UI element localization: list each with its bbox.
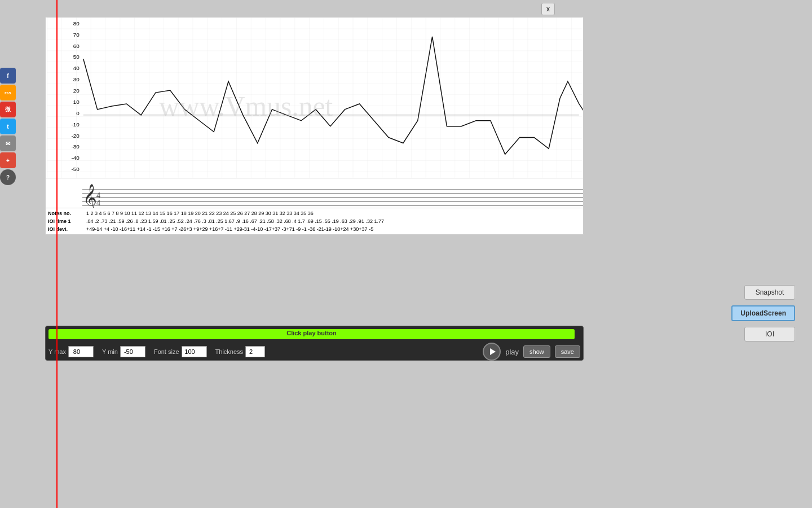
progress-bar-container[interactable]: Click play button [48, 329, 575, 339]
play-button[interactable] [483, 343, 501, 361]
y-max-input[interactable] [68, 346, 94, 357]
y-label-50: 50 [73, 54, 80, 60]
y-label-70: 70 [73, 32, 80, 38]
right-panel: Snapshot UploadScreen IOI [731, 285, 795, 341]
notes-label: Notes no. [48, 209, 86, 217]
ioi-time-row: IOI time 1 .04 .2 .73 .21 .59 .26 .8 .23… [46, 217, 583, 225]
font-size-label: Font size [154, 348, 179, 355]
ioi-dev-label: IOI devi. [48, 225, 86, 233]
y-min-input[interactable] [120, 346, 145, 357]
y-label-30: 30 [73, 76, 80, 82]
rss-button[interactable]: rss [0, 85, 16, 100]
facebook-button[interactable]: f [0, 68, 16, 84]
y-label-20: 20 [73, 87, 80, 94]
y-min-control: Y min [102, 346, 145, 357]
y-label-0: 0 [76, 110, 80, 116]
watermark: www.Vmus.net [159, 91, 333, 122]
y-label-60: 60 [73, 43, 80, 49]
progress-label: Click play button [48, 330, 575, 336]
font-size-control: Font size [154, 346, 207, 357]
ioi-time-values: .04 .2 .73 .21 .59 .26 .8 .23 1.59 .81 .… [86, 217, 384, 225]
thickness-input[interactable] [245, 346, 265, 357]
upload-screen-button[interactable]: UploadScreen [731, 305, 795, 321]
y-label-n50: -50 [72, 166, 80, 172]
thickness-control: Thickness [215, 346, 266, 357]
controls-bar: Click play button Y max Y min Font size … [45, 326, 584, 361]
notes-values: 1 2 3 4 5 6 7 8 9 10 11 12 13 14 15 16 1… [86, 209, 314, 217]
ioi-button[interactable]: IOI [744, 327, 795, 341]
y-max-control: Y max [48, 346, 94, 357]
play-label: play [505, 348, 519, 356]
notes-row: Notes no. 1 2 3 4 5 6 7 8 9 10 11 12 13 … [46, 209, 583, 217]
y-label-40: 40 [73, 65, 80, 71]
close-button[interactable]: x [541, 3, 555, 15]
thickness-label: Thickness [215, 348, 244, 355]
playback-position-line [56, 0, 58, 508]
ioi-dev-row: IOI devi. +49-14 +4 -10 -16+11 +14 -1 -1… [46, 225, 583, 233]
time-sig-bottom: 4 [96, 199, 100, 207]
font-size-input[interactable] [182, 346, 207, 357]
save-button[interactable]: save [555, 345, 580, 358]
weibo-button[interactable]: 微 [0, 102, 16, 117]
twitter-button[interactable]: t [0, 119, 16, 134]
email-button[interactable]: ✉ [0, 135, 16, 151]
controls-bottom: Y max Y min Font size Thickness play sh [48, 343, 580, 361]
data-table: Notes no. 1 2 3 4 5 6 7 8 9 10 11 12 13 … [45, 208, 584, 235]
help-button[interactable]: ? [0, 169, 16, 185]
snapshot-button[interactable]: Snapshot [744, 285, 795, 300]
y-label-n40: -40 [72, 155, 80, 161]
chart-svg: 80 70 60 50 40 30 20 10 0 -10 -20 -30 -4… [46, 17, 583, 183]
y-label-n30: -30 [72, 143, 80, 150]
social-sidebar: f rss 微 t ✉ + ? [0, 68, 18, 185]
y-label-n20: -20 [72, 133, 80, 139]
show-button[interactable]: show [523, 345, 550, 358]
plus-button[interactable]: + [0, 152, 16, 168]
ioi-time-label: IOI time 1 [48, 217, 86, 225]
y-min-label: Y min [102, 348, 118, 355]
y-label-n10: -10 [72, 121, 80, 128]
chart-area: 80 70 60 50 40 30 20 10 0 -10 -20 -30 -4… [45, 17, 584, 183]
play-icon [490, 348, 496, 355]
ioi-dev-values: +49-14 +4 -10 -16+11 +14 -1 -15 +16 +7 -… [86, 225, 373, 233]
y-label-80: 80 [73, 20, 80, 27]
y-label-10: 10 [73, 99, 80, 105]
